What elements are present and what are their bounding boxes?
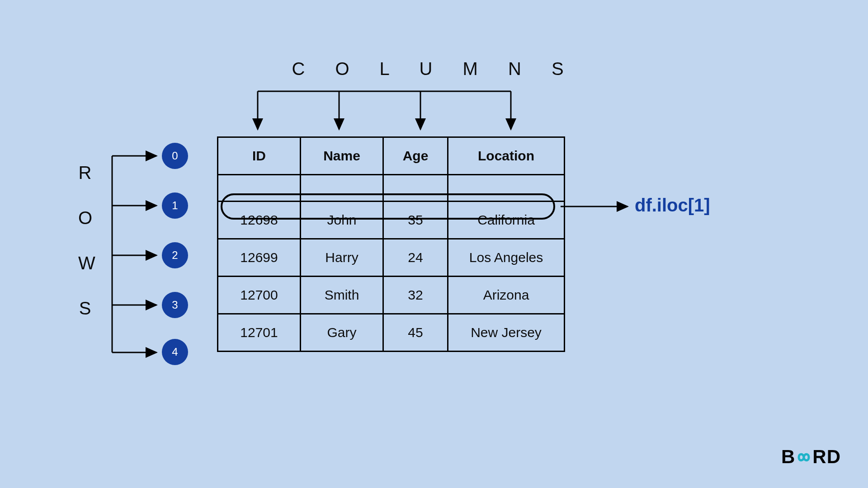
columns-label: C O L U M N S — [0, 59, 868, 79]
col-header-location: Location — [448, 137, 565, 175]
col-header-name: Name — [301, 137, 383, 175]
cell-id: 12698 — [218, 202, 301, 239]
cell-age: 45 — [383, 314, 448, 352]
cell-name: John — [301, 202, 383, 239]
logo-infinity-icon — [794, 448, 813, 468]
rows-label-w: W — [78, 253, 92, 273]
rows-label-o: O — [78, 208, 92, 228]
cell-location: California — [448, 202, 565, 239]
table-row: 12700 Smith 32 Arizona — [218, 277, 565, 314]
row-index-4: 4 — [162, 339, 188, 365]
row-index-1: 1 — [162, 192, 188, 219]
cell-age: 32 — [383, 277, 448, 314]
board-logo: B RD — [781, 446, 841, 468]
row-index-0: 0 — [162, 143, 188, 169]
table-row: 12698 John 35 California — [218, 202, 565, 239]
dataframe-table: ID Name Age Location 12698 John 35 Calif… — [217, 136, 565, 352]
table-header-row: ID Name Age Location — [218, 137, 565, 175]
cell-name: Smith — [301, 277, 383, 314]
cell-location: Los Angeles — [448, 239, 565, 277]
cell-location: Arizona — [448, 277, 565, 314]
table-row: 12699 Harry 24 Los Angeles — [218, 239, 565, 277]
cell-id: 12700 — [218, 277, 301, 314]
table-row: 12701 Gary 45 New Jersey — [218, 314, 565, 352]
table-row — [218, 175, 565, 202]
rows-label: R O W S — [78, 163, 92, 343]
row-index-2: 2 — [162, 242, 188, 268]
cell-name: Harry — [301, 239, 383, 277]
cell-id: 12701 — [218, 314, 301, 352]
logo-left: B — [781, 446, 795, 468]
rows-label-r: R — [78, 163, 92, 183]
cell-age: 35 — [383, 202, 448, 239]
cell-age: 24 — [383, 239, 448, 277]
col-header-id: ID — [218, 137, 301, 175]
cell-id: 12699 — [218, 239, 301, 277]
cell-name: Gary — [301, 314, 383, 352]
rows-label-s: S — [78, 298, 92, 319]
logo-right: RD — [812, 446, 841, 468]
cell-location: New Jersey — [448, 314, 565, 352]
col-header-age: Age — [383, 137, 448, 175]
iloc-label: df.iloc[1] — [635, 195, 710, 216]
row-index-3: 3 — [162, 292, 188, 318]
